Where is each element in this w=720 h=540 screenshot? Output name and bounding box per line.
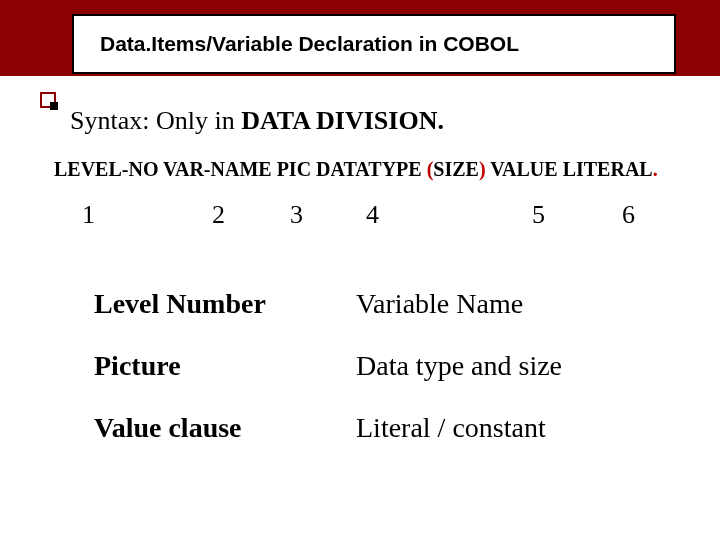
fmt-pic: PIC [277, 158, 311, 180]
def-right: Variable Name [356, 290, 654, 318]
def-left: Value clause [94, 414, 356, 442]
fmt-datatype: DATATYPE [316, 158, 427, 180]
fmt-literal: LITERAL [563, 158, 653, 180]
num-1: 1 [82, 200, 95, 230]
fmt-size: SIZE [433, 158, 479, 180]
num-2: 2 [212, 200, 225, 230]
num-5: 5 [532, 200, 545, 230]
num-3: 3 [290, 200, 303, 230]
def-right: Data type and size [356, 352, 654, 380]
def-right: Literal / constant [356, 414, 654, 442]
slide-title: Data.Items/Variable Declaration in COBOL [74, 32, 519, 56]
fmt-var-name: VAR-NAME [163, 158, 272, 180]
slide: Data.Items/Variable Declaration in COBOL… [0, 0, 720, 540]
def-row: Picture Data type and size [94, 352, 654, 380]
num-4: 4 [366, 200, 379, 230]
definitions: Level Number Variable Name Picture Data … [94, 290, 654, 476]
syntax-label: Syntax: Only in [70, 106, 241, 135]
def-row: Value clause Literal / constant [94, 414, 654, 442]
fmt-value: VALUE [490, 158, 557, 180]
def-left: Picture [94, 352, 356, 380]
num-6: 6 [622, 200, 635, 230]
syntax-line: Syntax: Only in DATA DIVISION. [70, 106, 444, 136]
fmt-paren-close: ) [479, 158, 486, 180]
format-line: LEVEL-NO VAR-NAME PIC DATATYPE (SIZE) VA… [54, 158, 658, 181]
def-row: Level Number Variable Name [94, 290, 654, 318]
def-left: Level Number [94, 290, 356, 318]
title-box: Data.Items/Variable Declaration in COBOL [72, 14, 676, 74]
bullet-icon [40, 92, 56, 108]
syntax-bold: DATA DIVISION. [241, 106, 444, 135]
fmt-level-no: LEVEL-NO [54, 158, 158, 180]
fmt-period: . [653, 158, 658, 180]
